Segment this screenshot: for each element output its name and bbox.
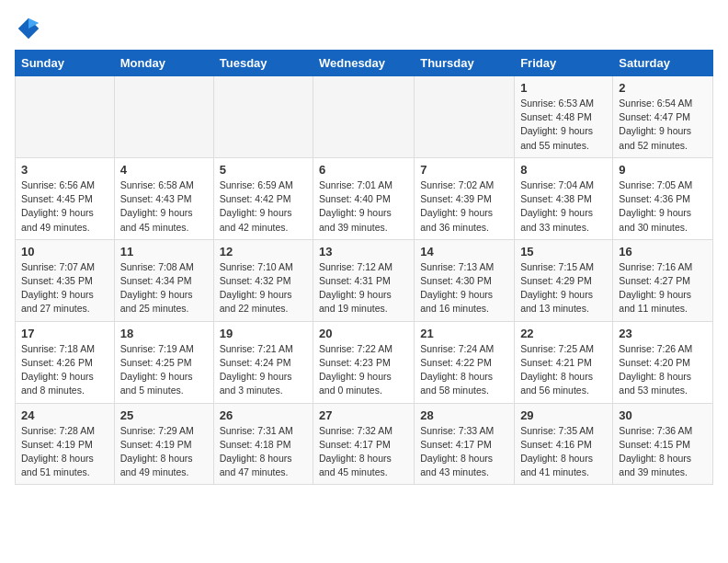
day-number: 10 xyxy=(21,245,108,259)
day-number: 28 xyxy=(420,408,508,422)
calendar-cell: 13Sunrise: 7:12 AM Sunset: 4:31 PM Dayli… xyxy=(313,239,415,321)
day-info: Sunrise: 7:13 AM Sunset: 4:30 PM Dayligh… xyxy=(420,260,508,316)
day-number: 13 xyxy=(319,245,408,259)
day-info: Sunrise: 7:29 AM Sunset: 4:19 PM Dayligh… xyxy=(120,424,208,480)
day-number: 4 xyxy=(120,163,208,177)
weekday-header: Tuesday xyxy=(213,51,313,76)
day-info: Sunrise: 7:32 AM Sunset: 4:17 PM Dayligh… xyxy=(319,424,408,480)
day-info: Sunrise: 7:07 AM Sunset: 4:35 PM Dayligh… xyxy=(21,260,108,316)
calendar-cell: 29Sunrise: 7:35 AM Sunset: 4:16 PM Dayli… xyxy=(515,403,613,485)
day-info: Sunrise: 7:19 AM Sunset: 4:25 PM Dayligh… xyxy=(120,342,208,398)
day-info: Sunrise: 7:05 AM Sunset: 4:36 PM Dayligh… xyxy=(619,178,707,235)
calendar-cell: 16Sunrise: 7:16 AM Sunset: 4:27 PM Dayli… xyxy=(613,239,713,321)
calendar-week-row: 24Sunrise: 7:28 AM Sunset: 4:19 PM Dayli… xyxy=(16,403,713,485)
day-number: 9 xyxy=(619,163,707,177)
day-info: Sunrise: 7:31 AM Sunset: 4:18 PM Dayligh… xyxy=(220,424,307,480)
calendar-cell: 12Sunrise: 7:10 AM Sunset: 4:32 PM Dayli… xyxy=(213,239,313,321)
day-number: 15 xyxy=(520,245,607,259)
day-info: Sunrise: 6:54 AM Sunset: 4:47 PM Dayligh… xyxy=(619,97,707,153)
calendar-cell: 7Sunrise: 7:02 AM Sunset: 4:39 PM Daylig… xyxy=(415,157,515,239)
calendar-cell xyxy=(415,76,515,158)
day-number: 30 xyxy=(619,408,707,422)
calendar-cell: 3Sunrise: 6:56 AM Sunset: 4:45 PM Daylig… xyxy=(16,157,115,239)
day-number: 20 xyxy=(319,327,408,340)
weekday-header: Wednesday xyxy=(313,51,415,76)
day-number: 23 xyxy=(619,327,707,340)
day-info: Sunrise: 7:21 AM Sunset: 4:24 PM Dayligh… xyxy=(220,342,307,398)
calendar-cell xyxy=(16,76,115,158)
calendar-cell xyxy=(114,76,213,158)
day-number: 25 xyxy=(120,408,208,422)
day-info: Sunrise: 7:35 AM Sunset: 4:16 PM Dayligh… xyxy=(520,424,607,480)
calendar-cell: 28Sunrise: 7:33 AM Sunset: 4:17 PM Dayli… xyxy=(415,403,515,485)
calendar-cell: 23Sunrise: 7:26 AM Sunset: 4:20 PM Dayli… xyxy=(613,321,713,403)
day-info: Sunrise: 7:01 AM Sunset: 4:40 PM Dayligh… xyxy=(319,178,408,235)
day-info: Sunrise: 6:56 AM Sunset: 4:45 PM Dayligh… xyxy=(21,178,108,235)
calendar-cell: 9Sunrise: 7:05 AM Sunset: 4:36 PM Daylig… xyxy=(613,157,713,239)
calendar-cell: 15Sunrise: 7:15 AM Sunset: 4:29 PM Dayli… xyxy=(515,239,613,321)
calendar-cell: 11Sunrise: 7:08 AM Sunset: 4:34 PM Dayli… xyxy=(114,239,213,321)
day-number: 29 xyxy=(520,408,607,422)
day-number: 18 xyxy=(120,327,208,340)
calendar-cell: 8Sunrise: 7:04 AM Sunset: 4:38 PM Daylig… xyxy=(515,157,613,239)
weekday-header: Thursday xyxy=(415,51,515,76)
day-info: Sunrise: 7:22 AM Sunset: 4:23 PM Dayligh… xyxy=(319,342,408,398)
day-number: 8 xyxy=(520,163,607,177)
day-number: 5 xyxy=(220,163,307,177)
day-info: Sunrise: 7:16 AM Sunset: 4:27 PM Dayligh… xyxy=(619,260,707,316)
day-number: 12 xyxy=(220,245,307,259)
calendar-week-row: 17Sunrise: 7:18 AM Sunset: 4:26 PM Dayli… xyxy=(16,321,713,403)
logo-icon xyxy=(15,15,42,42)
calendar-cell: 20Sunrise: 7:22 AM Sunset: 4:23 PM Dayli… xyxy=(313,321,415,403)
calendar-cell: 18Sunrise: 7:19 AM Sunset: 4:25 PM Dayli… xyxy=(114,321,213,403)
day-number: 11 xyxy=(120,245,208,259)
day-number: 17 xyxy=(21,327,108,340)
weekday-header: Saturday xyxy=(613,51,713,76)
day-info: Sunrise: 7:36 AM Sunset: 4:15 PM Dayligh… xyxy=(619,424,707,480)
day-info: Sunrise: 7:08 AM Sunset: 4:34 PM Dayligh… xyxy=(120,260,208,316)
day-number: 14 xyxy=(420,245,508,259)
weekday-header: Sunday xyxy=(16,51,115,76)
calendar-week-row: 3Sunrise: 6:56 AM Sunset: 4:45 PM Daylig… xyxy=(16,157,713,239)
calendar-cell: 1Sunrise: 6:53 AM Sunset: 4:48 PM Daylig… xyxy=(515,76,613,158)
day-number: 16 xyxy=(619,245,707,259)
calendar-cell: 17Sunrise: 7:18 AM Sunset: 4:26 PM Dayli… xyxy=(16,321,115,403)
calendar-cell: 25Sunrise: 7:29 AM Sunset: 4:19 PM Dayli… xyxy=(114,403,213,485)
day-number: 6 xyxy=(319,163,408,177)
day-info: Sunrise: 7:10 AM Sunset: 4:32 PM Dayligh… xyxy=(220,260,307,316)
day-number: 22 xyxy=(520,327,607,340)
day-number: 24 xyxy=(21,408,108,422)
calendar-cell: 26Sunrise: 7:31 AM Sunset: 4:18 PM Dayli… xyxy=(213,403,313,485)
day-info: Sunrise: 6:59 AM Sunset: 4:42 PM Dayligh… xyxy=(220,178,307,235)
calendar-cell xyxy=(313,76,415,158)
day-number: 3 xyxy=(21,163,108,177)
calendar-week-row: 10Sunrise: 7:07 AM Sunset: 4:35 PM Dayli… xyxy=(16,239,713,321)
calendar-cell: 21Sunrise: 7:24 AM Sunset: 4:22 PM Dayli… xyxy=(415,321,515,403)
day-info: Sunrise: 7:24 AM Sunset: 4:22 PM Dayligh… xyxy=(420,342,508,398)
logo xyxy=(15,15,46,42)
calendar-cell: 2Sunrise: 6:54 AM Sunset: 4:47 PM Daylig… xyxy=(613,76,713,158)
calendar-cell: 19Sunrise: 7:21 AM Sunset: 4:24 PM Dayli… xyxy=(213,321,313,403)
weekday-header: Friday xyxy=(515,51,613,76)
page-header xyxy=(15,15,713,42)
day-number: 1 xyxy=(520,81,607,95)
weekday-header: Monday xyxy=(114,51,213,76)
day-number: 26 xyxy=(220,408,307,422)
day-info: Sunrise: 7:04 AM Sunset: 4:38 PM Dayligh… xyxy=(520,178,607,235)
calendar-cell xyxy=(213,76,313,158)
calendar-cell: 14Sunrise: 7:13 AM Sunset: 4:30 PM Dayli… xyxy=(415,239,515,321)
calendar-cell: 6Sunrise: 7:01 AM Sunset: 4:40 PM Daylig… xyxy=(313,157,415,239)
calendar-table: SundayMondayTuesdayWednesdayThursdayFrid… xyxy=(15,50,713,485)
day-info: Sunrise: 7:25 AM Sunset: 4:21 PM Dayligh… xyxy=(520,342,607,398)
day-info: Sunrise: 7:12 AM Sunset: 4:31 PM Dayligh… xyxy=(319,260,408,316)
calendar-cell: 5Sunrise: 6:59 AM Sunset: 4:42 PM Daylig… xyxy=(213,157,313,239)
day-info: Sunrise: 7:28 AM Sunset: 4:19 PM Dayligh… xyxy=(21,424,108,480)
day-info: Sunrise: 7:02 AM Sunset: 4:39 PM Dayligh… xyxy=(420,178,508,235)
day-info: Sunrise: 6:58 AM Sunset: 4:43 PM Dayligh… xyxy=(120,178,208,235)
day-info: Sunrise: 7:15 AM Sunset: 4:29 PM Dayligh… xyxy=(520,260,607,316)
calendar-cell: 22Sunrise: 7:25 AM Sunset: 4:21 PM Dayli… xyxy=(515,321,613,403)
calendar-week-row: 1Sunrise: 6:53 AM Sunset: 4:48 PM Daylig… xyxy=(16,76,713,158)
calendar-cell: 27Sunrise: 7:32 AM Sunset: 4:17 PM Dayli… xyxy=(313,403,415,485)
day-number: 21 xyxy=(420,327,508,340)
calendar-cell: 4Sunrise: 6:58 AM Sunset: 4:43 PM Daylig… xyxy=(114,157,213,239)
